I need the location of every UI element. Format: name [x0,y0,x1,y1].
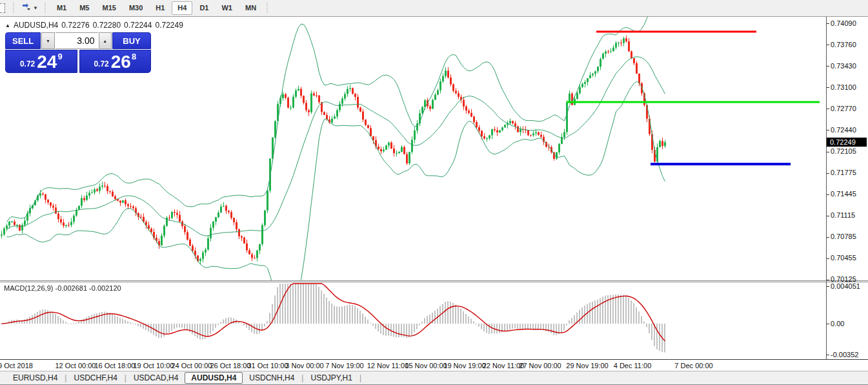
buy-price-big: 26 [111,54,131,70]
buy-price-pip: 8 [132,52,136,61]
tab-separator: | [359,373,361,382]
high-value: 0.72280 [93,21,121,30]
time-axis-label: 7 Dec 00:00 [674,362,712,369]
price-axis-label: 0.70785 [831,233,856,240]
timeframe-button-m15[interactable]: M15 [96,1,121,15]
macd-axis-tick [827,355,829,355]
sell-button[interactable]: SELL [5,32,41,49]
time-axis-label: 29 Nov 19:00 [566,362,608,369]
sell-price-button[interactable]: 0.72 24 9 [5,50,77,73]
price-axis-tick [827,87,829,88]
price-axis-border [826,17,827,359]
time-axis-label: 9 Oct 2018 [0,362,33,369]
price-axis-label: 0.72105 [831,147,856,155]
price-axis-tick [827,280,829,280]
selection-marquee-icon[interactable] [0,3,5,13]
toolbar-grip [43,3,48,14]
toolbar-grip [12,3,16,14]
time-axis-label: 24 Oct 00:00 [172,362,212,369]
time-axis-label: 12 Oct 00:00 [56,362,96,369]
symbol-tab-bar: EURUSD,H4|USDCHF,H4|USDCAD,H4AUDUSD,H4US… [0,371,868,384]
price-axis-tick [827,109,829,109]
low-value: 0.72244 [124,21,152,30]
price-axis-label: 0.70455 [831,254,856,262]
double-arrows-icon [21,3,31,14]
tab-eurusd-h4[interactable]: EURUSD,H4 [6,373,64,383]
trading-platform-window: ▼ M1M5M15M30H1H4D1W1MN ▲ AUDUSD,H4 0.722… [0,0,868,385]
price-axis-tick [827,152,829,152]
price-axis-label: 0.72440 [831,126,856,134]
tab-usdcad-h4[interactable]: USDCAD,H4 [127,373,185,383]
timeframe-button-d1[interactable]: D1 [194,1,214,15]
timeframe-button-m5[interactable]: M5 [74,1,95,15]
tab-audusd-h4[interactable]: AUDUSD,H4 [185,372,243,384]
symbol-period-label: AUDUSD,H4 [14,21,58,30]
buy-price-prefix: 0.72 [94,59,108,68]
macd-axis-label: 0.00 [831,320,844,328]
sell-price-pip: 9 [57,52,62,61]
time-axis-label: 26 Oct 18:00 [210,362,251,369]
buy-price-button[interactable]: 0.72 26 8 [79,50,152,73]
macd-axis-label: -0.00352 [831,351,858,359]
time-axis-label: 19 Nov 19:00 [443,362,485,369]
volume-decrease-button[interactable]: ▼ [41,32,54,49]
price-axis-label: 0.72770 [831,105,856,112]
time-axis-label: 3 Nov 00:00 [285,362,323,369]
current-price-tag: 0.72249 [827,138,867,147]
open-value: 0.72276 [61,21,89,30]
time-axis-label: 16 Oct 18:00 [95,362,136,369]
volume-input[interactable] [56,32,98,49]
tab-separator: | [301,373,303,382]
price-axis-label: 0.74090 [831,19,856,27]
tab-usdjpy-h1[interactable]: USDJPY,H1 [304,373,358,383]
double-arrows-dropdown-button[interactable]: ▼ [19,1,40,16]
time-axis-label: 15 Nov 00:00 [405,362,447,369]
macd-indicator-label: MACD(12,26,9) -0.002681 -0.002120 [4,284,121,292]
price-axis-tick [827,258,829,259]
price-axis-tick [827,45,829,45]
chart-area: ▲ AUDUSD,H4 0.72276 0.72280 0.72244 0.72… [0,17,868,371]
time-axis-label: 7 Nov 19:00 [325,362,363,369]
toolbar-grip [265,3,270,14]
macd-axis-tick [827,286,829,287]
time-axis-label: 22 Nov 11:00 [483,362,525,369]
sell-price-big: 24 [37,54,57,70]
price-axis-tick [827,66,829,67]
macd-axis-label: 0.004051 [831,282,860,290]
timeframe-button-h1[interactable]: H1 [150,1,170,15]
time-axis-label: 27 Nov 00:00 [519,362,561,369]
price-axis-label: 0.71445 [831,190,856,198]
price-axis-label: 0.73760 [831,41,856,48]
pane-separator[interactable] [0,280,868,282]
chart-title: ▲ AUDUSD,H4 0.72276 0.72280 0.72244 0.72… [5,21,183,30]
timeframe-toolbar: ▼ M1M5M15M30H1H4D1W1MN [0,0,868,17]
tab-usdchf-h4[interactable]: USDCHF,H4 [67,373,123,383]
tab-separator: | [125,373,126,382]
time-axis-label: 19 Oct 10:00 [134,362,174,369]
timeframe-button-m30[interactable]: M30 [123,1,148,15]
time-axis-label: 12 Nov 11:00 [367,362,409,369]
price-axis-tick [827,173,829,174]
timeframe-button-h4[interactable]: H4 [172,1,192,15]
timeframe-button-mn[interactable]: MN [239,1,262,15]
price-axis-label: 0.71115 [831,211,855,219]
macd-indicator-canvas[interactable] [0,282,825,359]
chevron-down-icon: ▼ [33,5,38,11]
volume-increase-button[interactable]: ▲ [99,32,112,49]
price-axis-label: 0.71775 [831,169,856,176]
price-axis-tick [827,194,829,195]
time-axis-label: 4 Dec 11:00 [614,362,652,369]
time-axis-label: 31 Oct 10:00 [248,362,288,369]
collapse-panel-icon[interactable]: ▲ [5,23,10,28]
price-axis-tick [827,216,829,216]
timeframe-button-w1[interactable]: W1 [216,1,238,15]
sell-price-prefix: 0.72 [20,59,35,68]
price-axis-tick [827,23,829,24]
price-axis-tick [827,237,829,238]
time-axis: 9 Oct 201812 Oct 00:0016 Oct 18:0019 Oct… [0,359,868,371]
buy-button[interactable]: BUY [112,32,151,49]
macd-axis-tick [827,324,829,324]
timeframe-button-m1[interactable]: M1 [51,1,72,15]
one-click-trading-panel: SELL ▼ ▲ BUY 0.72 24 9 0.72 26 8 [5,32,151,73]
tab-usdcnh-h4[interactable]: USDCNH,H4 [243,373,301,383]
